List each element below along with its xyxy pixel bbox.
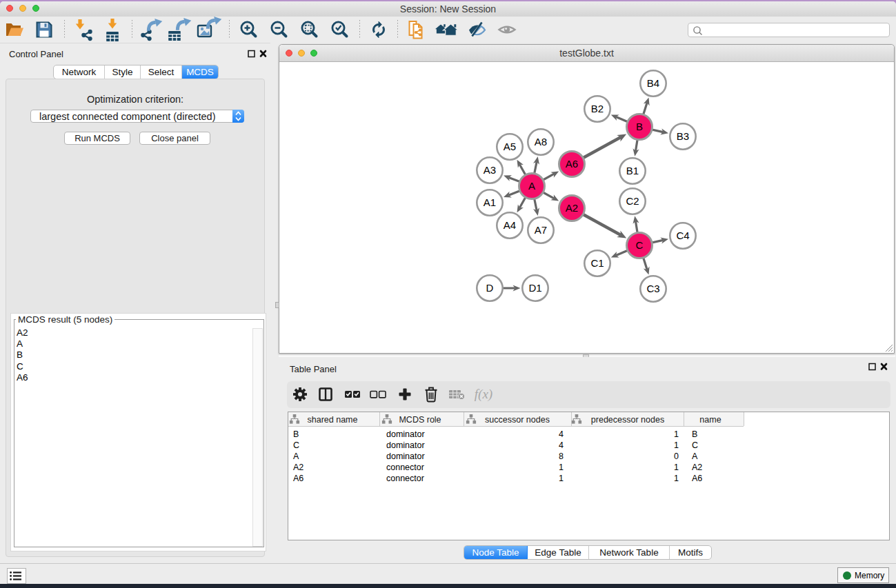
svg-text:A: A: [528, 180, 535, 192]
svg-text:A2: A2: [566, 202, 578, 214]
svg-text:A7: A7: [535, 224, 547, 236]
svg-text:MCDS role: MCDS role: [399, 415, 441, 425]
svg-text:B4: B4: [647, 77, 659, 89]
svg-text:B2: B2: [591, 103, 604, 114]
svg-text:D: D: [486, 282, 494, 294]
svg-text:shared name: shared name: [308, 415, 358, 425]
svg-text:name: name: [699, 415, 721, 425]
svg-text:C1: C1: [590, 257, 604, 269]
svg-text:D1: D1: [528, 282, 541, 294]
svg-text:C: C: [636, 239, 644, 251]
svg-text:C2: C2: [626, 195, 639, 207]
svg-text:A4: A4: [504, 219, 516, 231]
svg-text:predecessor nodes: predecessor nodes: [591, 415, 664, 425]
svg-text:A1: A1: [484, 196, 496, 208]
svg-text:A8: A8: [535, 136, 547, 148]
svg-text:B1: B1: [626, 165, 639, 176]
svg-text:B3: B3: [677, 130, 689, 142]
svg-text:C3: C3: [646, 283, 659, 294]
svg-text:A6: A6: [566, 158, 578, 170]
svg-text:B: B: [636, 121, 643, 132]
svg-text:f(x): f(x): [475, 387, 492, 402]
svg-text:successor nodes: successor nodes: [485, 415, 550, 425]
svg-text:A3: A3: [484, 164, 496, 176]
svg-text:A5: A5: [504, 141, 516, 152]
svg-text:C4: C4: [676, 230, 689, 241]
